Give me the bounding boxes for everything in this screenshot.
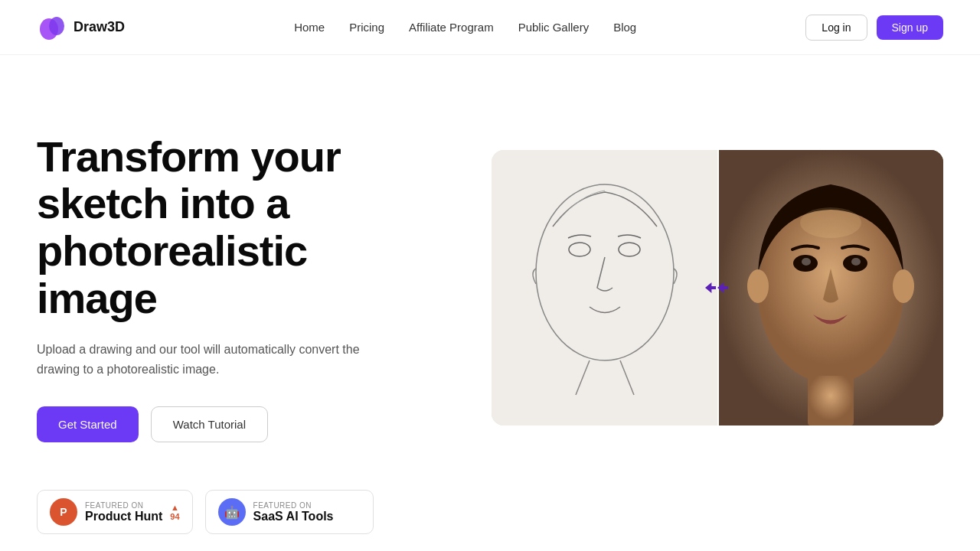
svg-rect-17 (808, 376, 854, 425)
svg-rect-2 (492, 150, 717, 425)
ph-text-group: FEATURED ON Product Hunt (85, 501, 162, 523)
svg-point-16 (893, 269, 914, 303)
nav-blog[interactable]: Blog (613, 21, 636, 34)
nav-links: Home Pricing Affiliate Program Public Ga… (294, 21, 636, 34)
logo-icon (37, 12, 67, 43)
signup-button[interactable]: Sign up (877, 15, 943, 40)
ph-icon: P (50, 498, 77, 526)
arrow-left-icon (705, 282, 716, 293)
nav-affiliate[interactable]: Affiliate Program (409, 21, 494, 34)
nav-pricing[interactable]: Pricing (349, 21, 384, 34)
photo-side (717, 150, 943, 425)
ph-count-number: 94 (170, 512, 179, 521)
saas-text-group: Featured on SaaS AI Tools (253, 501, 334, 523)
hero-image-area (466, 150, 943, 425)
hero-buttons: Get Started Watch Tutorial (37, 406, 435, 442)
svg-point-1 (49, 17, 64, 35)
svg-point-15 (747, 269, 769, 303)
watch-tutorial-button[interactable]: Watch Tutorial (151, 406, 268, 442)
navbar: Draw3D Home Pricing Affiliate Program Pu… (0, 0, 980, 55)
svg-point-18 (800, 207, 861, 238)
badges-section: P FEATURED ON Product Hunt ▲ 94 🤖 Featur… (0, 490, 980, 551)
login-button[interactable]: Log in (805, 15, 867, 41)
saas-name: SaaS AI Tools (253, 510, 334, 523)
nav-home[interactable]: Home (294, 21, 325, 34)
nav-gallery[interactable]: Public Gallery (518, 21, 590, 34)
svg-point-14 (851, 258, 861, 266)
ph-name: Product Hunt (85, 510, 162, 523)
brand-name: Draw3D (74, 19, 125, 35)
svg-point-13 (802, 258, 811, 266)
hero-image (492, 150, 943, 425)
sketch-svg (492, 150, 717, 425)
hero-heading: Transform your sketch into a photorealis… (37, 133, 435, 321)
ph-count-arrow: ▲ (171, 503, 179, 512)
saas-badge[interactable]: 🤖 Featured on SaaS AI Tools (205, 490, 374, 534)
saas-featured-label: Featured on (253, 501, 334, 510)
ph-featured-label: FEATURED ON (85, 501, 162, 510)
divider-arrows (705, 282, 728, 293)
get-started-button[interactable]: Get Started (37, 406, 139, 442)
hero-section: Transform your sketch into a photorealis… (0, 55, 980, 490)
brand-logo[interactable]: Draw3D (37, 12, 125, 43)
arrow-right-icon (717, 282, 728, 293)
saas-icon: 🤖 (218, 498, 246, 526)
sketch-side (492, 150, 717, 425)
product-hunt-badge[interactable]: P FEATURED ON Product Hunt ▲ 94 (37, 490, 193, 534)
hero-content: Transform your sketch into a photorealis… (37, 133, 435, 443)
hero-subtext: Upload a drawing and our tool will autom… (37, 340, 374, 379)
ph-count: ▲ 94 (170, 503, 179, 521)
photo-svg (717, 150, 943, 425)
nav-actions: Log in Sign up (805, 15, 943, 41)
